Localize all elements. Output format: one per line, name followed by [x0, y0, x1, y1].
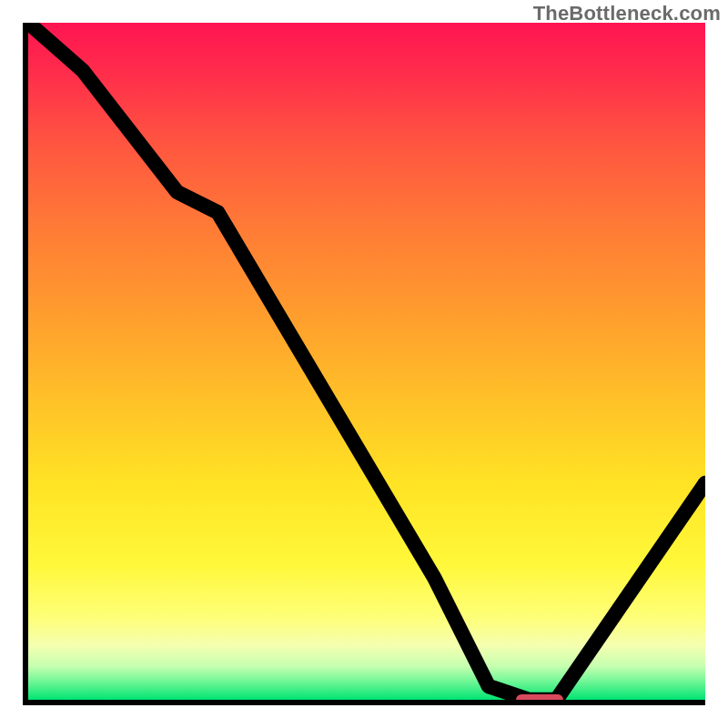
curve-path	[28, 23, 705, 700]
watermark-text: TheBottleneck.com	[533, 2, 721, 25]
optimum-marker	[516, 694, 563, 705]
bottleneck-curve	[28, 23, 705, 700]
chart-container	[23, 23, 705, 705]
